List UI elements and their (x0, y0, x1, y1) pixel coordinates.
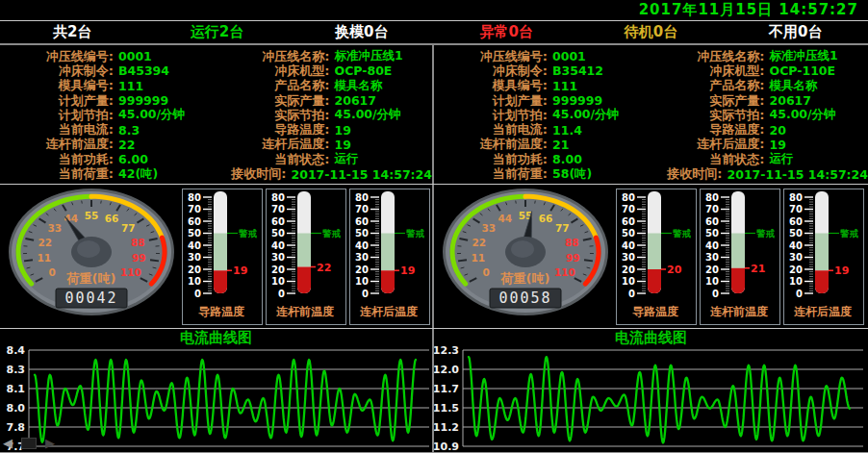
thermo-warn-label: 警戒 (755, 227, 776, 238)
thermometer: 01020304050607080警戒20导路温度 (616, 189, 697, 325)
info-value: 58(吨) (552, 166, 592, 183)
thermo-value: 19 (834, 264, 849, 277)
thermo-label: 导路温度 (198, 305, 244, 318)
thermo-tick-label: 50 (705, 228, 719, 239)
info-value: OCP-110E (770, 63, 836, 78)
status-item: 换模0台 (290, 23, 434, 41)
gauge-tick-label: 11 (37, 252, 51, 264)
info-value: 111 (118, 79, 143, 93)
info-column: 冲压线名称:标准冲压线1冲床机型:OCP-80E产品名称:模具名称实际产量:20… (217, 49, 433, 184)
thermometer: 01020304050607080警戒19连杆后温度 (349, 189, 430, 325)
thermo-value: 20 (667, 264, 682, 276)
info-value: 19 (335, 138, 351, 152)
status-item: 运行2台 (144, 23, 289, 41)
thermo-tick-label: 30 (789, 252, 803, 263)
thermo-tick-label: 10 (271, 276, 285, 287)
info-value: 20617 (335, 93, 377, 108)
thermo-tick-label: 20 (705, 264, 719, 274)
info-value: 22 (118, 138, 135, 152)
current-curve-chart: 12.312.011.711.511.210.9 (434, 346, 866, 453)
thermo-tick-label: 20 (188, 264, 201, 274)
y-axis-label: 8.3 (7, 364, 26, 376)
info-value: 20617 (770, 93, 812, 108)
info-column: 冲压线名称:标准冲压线1冲床机型:OCP-110E产品名称:模具名称实际产量:2… (651, 49, 868, 184)
info-value: 45.00/分钟 (552, 107, 619, 123)
info-value: 运行 (335, 151, 359, 167)
info-value: 11.4 (552, 123, 582, 138)
thermo-tick-label: 50 (355, 228, 369, 239)
thermo-tick-label: 20 (789, 264, 803, 274)
thermo-tick-label: 80 (622, 191, 635, 202)
gauge-tick-label: 33 (47, 222, 62, 234)
gauge-tick-label: 110 (554, 266, 575, 278)
thermo-tick-label: 50 (789, 228, 803, 239)
info-value: 8.3 (118, 123, 140, 138)
y-axis-label: 8.4 (7, 346, 26, 357)
thermo-label: 连杆后温度 (794, 305, 852, 318)
thermo-tick-label: 10 (188, 276, 201, 287)
nav-forward-icon[interactable]: ▶ (45, 436, 55, 450)
info-value: 0001 (552, 49, 586, 63)
thermo-tick-label: 40 (705, 239, 719, 250)
thermo-label: 连杆后温度 (360, 305, 418, 318)
info-value: 标准冲压线1 (770, 48, 838, 64)
gauge-tick-label: 0 (48, 266, 55, 278)
thermo-tick-label: 0 (194, 288, 201, 298)
gauge-panel-press-line-2: 0112233445566778899110荷重(吨)0005801020304… (434, 185, 868, 328)
thermometer-svg: 01020304050607080警戒19连杆后温度 (350, 189, 427, 322)
thermo-tick-label: 50 (188, 228, 201, 239)
info-column: 冲压线编号:0001冲床制令:B35412模具编号:111计划产量:999999… (434, 49, 651, 184)
thermometer-svg: 01020304050607080警戒19导路温度 (183, 189, 260, 322)
nav-handle-icon[interactable] (21, 438, 37, 449)
thermo-tick-label: 10 (355, 276, 369, 287)
thermo-tick-label: 10 (705, 276, 719, 287)
gauge-tick-label: 33 (481, 222, 496, 234)
info-value: 运行 (770, 151, 794, 167)
thermo-label: 连杆前温度 (710, 305, 768, 318)
gauge-tick-label: 22 (472, 236, 486, 247)
gauge-section: 0112233445566778899110荷重(吨)0004201020304… (0, 184, 868, 328)
thermo-tick-label: 70 (188, 204, 201, 214)
thermometer: 01020304050607080警戒21连杆前温度 (700, 189, 780, 325)
thermo-tick-label: 40 (271, 239, 285, 250)
thermo-tick-label: 40 (789, 239, 803, 250)
thermo-tick-label: 20 (271, 264, 285, 274)
thermo-tick-label: 30 (622, 252, 635, 263)
thermo-tick-label: 30 (188, 252, 201, 263)
press-line-dashboard: 2017年11月15日 14:57:27 共2台运行2台换模0台异常0台待机0台… (0, 0, 868, 453)
gauge-tick-label: 77 (121, 222, 136, 234)
thermometer-svg: 01020304050607080警戒22连杆前温度 (267, 189, 344, 322)
chart-title: 电流曲线图 (434, 329, 868, 346)
y-axis-label: 12.3 (434, 346, 459, 357)
y-axis-label: 8.0 (7, 402, 26, 415)
info-value: 2017-11-15 14:57:24 (292, 167, 433, 182)
thermo-tick-label: 40 (622, 239, 635, 250)
gauge-tick-label: 77 (555, 222, 570, 234)
info-value: 45.00/分钟 (770, 107, 836, 123)
info-row: 当前荷重:42(吨) (0, 166, 217, 181)
status-bar: 共2台运行2台换模0台异常0台待机0台不用0台 (0, 20, 868, 45)
gauge-label: 荷重(吨) (500, 271, 550, 286)
thermo-tick-label: 70 (271, 204, 285, 214)
thermo-tick-label: 10 (622, 276, 635, 287)
datetime-label: 2017年11月15日 14:57:27 (639, 1, 858, 19)
gauge-odometer: 00042 (64, 289, 117, 307)
chart-nav: ◀ ▶ (3, 436, 55, 450)
chart-panel-2: 电流曲线图12.312.011.711.511.210.9 (434, 329, 868, 452)
thermometer: 01020304050607080警戒22连杆前温度 (266, 189, 346, 325)
chart-panel-1: 电流曲线图8.48.38.18.07.87.7 (0, 329, 434, 452)
thermo-tick-label: 70 (789, 204, 803, 214)
gauge-tick-label: 88 (131, 236, 145, 247)
thermo-tick-label: 80 (271, 191, 285, 202)
thermo-value: 22 (317, 261, 331, 273)
thermo-tick-label: 40 (355, 239, 369, 250)
thermometer-svg: 01020304050607080警戒20导路温度 (617, 189, 694, 322)
info-label: 接收时间: (651, 165, 723, 183)
info-row: 接收时间:2017-11-15 14:57:24 (651, 166, 868, 181)
nav-back-icon[interactable]: ◀ (3, 436, 13, 450)
thermo-tick-label: 70 (705, 204, 719, 214)
thermo-tick-label: 60 (622, 215, 635, 226)
gauge-tick-label: 66 (105, 213, 119, 224)
thermo-tick-label: 60 (789, 215, 803, 226)
y-axis-label: 8.1 (7, 383, 26, 395)
